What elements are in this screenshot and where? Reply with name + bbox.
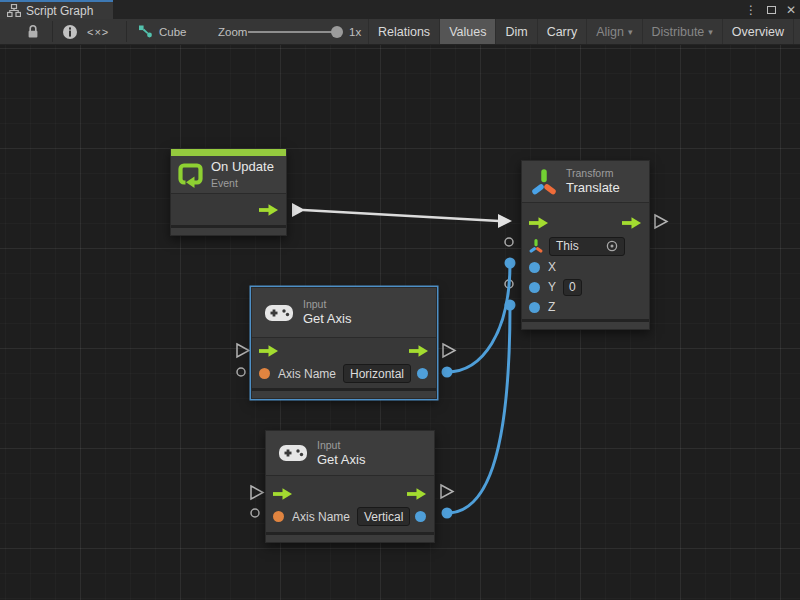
wire-on-update-to-translate[interactable]	[303, 210, 499, 221]
flow-arrowhead-translate-in	[498, 214, 512, 228]
toolbar-divider	[52, 21, 53, 42]
port-result[interactable]	[415, 511, 426, 522]
port-x-label: X	[548, 260, 556, 274]
value-port-getaxis-h-name[interactable]	[237, 368, 245, 376]
zoom-value: 1x	[349, 19, 361, 44]
port-axis-name[interactable]	[259, 368, 270, 379]
port-z-label: Z	[548, 300, 555, 314]
distribute-dropdown[interactable]: Distribute▾	[642, 19, 722, 44]
toolbar-buttons: Relations Values Dim Carry Align▾ Distri…	[368, 19, 800, 44]
flow-port-getaxis-h-in[interactable]	[237, 344, 249, 357]
node-subtitle: Event	[211, 176, 274, 190]
transform-icon-small	[529, 238, 543, 254]
node-category: Input	[317, 438, 365, 452]
info-button[interactable]	[62, 19, 78, 44]
script-graph-window: Script Graph ⋮ ✕ <×>	[0, 0, 800, 600]
gamepad-icon	[278, 443, 308, 463]
close-icon[interactable]: ✕	[786, 4, 796, 16]
graph-asset-name: Cube	[159, 26, 187, 38]
port-x[interactable]	[529, 262, 540, 273]
menu-icon[interactable]: ⋮	[745, 4, 757, 16]
chevron-down-icon: ▾	[708, 27, 713, 37]
wire-end-vertical-out[interactable]	[442, 508, 453, 519]
toolbar-divider	[126, 21, 127, 42]
flow-out-arrow[interactable]	[409, 345, 428, 357]
port-y-label: Y	[548, 280, 556, 294]
carry-button[interactable]: Carry	[537, 19, 587, 44]
script-graph-asset-icon	[138, 24, 153, 39]
node-on-update[interactable]: On Update Event	[170, 148, 287, 236]
wire-end-translate-z[interactable]	[505, 300, 516, 311]
port-y[interactable]	[529, 282, 540, 293]
flow-port-getaxis-h-out[interactable]	[443, 344, 455, 357]
zoom-slider-handle[interactable]	[331, 26, 343, 38]
graph-hierarchy-icon	[7, 4, 21, 17]
graph-canvas[interactable]: On Update Event	[0, 45, 800, 600]
align-dropdown[interactable]: Align▾	[586, 19, 641, 44]
node-footer	[171, 225, 286, 235]
axis-name-field[interactable]: Horizontal	[343, 364, 411, 383]
graph-asset-selector[interactable]: Cube	[138, 19, 187, 44]
port-axis-name-label: Axis Name	[278, 367, 336, 381]
axis-name-field[interactable]: Vertical	[357, 507, 410, 526]
zoom-slider-track[interactable]	[248, 31, 340, 33]
node-get-axis-vertical[interactable]: Input Get Axis Axis Name Vertical	[265, 430, 435, 543]
wire-horizontal-to-x[interactable]	[447, 263, 510, 372]
transform-icon	[531, 167, 557, 197]
node-title: Get Axis	[303, 311, 351, 327]
node-get-axis-horizontal[interactable]: Input Get Axis Axis Name Horizontal	[251, 287, 437, 399]
node-title: On Update	[211, 159, 274, 175]
zoom-label: Zoom	[218, 19, 247, 44]
wire-end-horizontal-out[interactable]	[442, 367, 453, 378]
info-icon	[62, 24, 78, 40]
wire-end-translate-x[interactable]	[505, 258, 516, 269]
chevron-down-icon: ▾	[628, 27, 633, 37]
node-title: Translate	[566, 180, 620, 196]
lock-icon	[26, 24, 40, 39]
value-port-translate-this[interactable]	[505, 238, 513, 246]
tab-script-graph[interactable]: Script Graph	[0, 0, 113, 19]
graph-toolbar: <×> Cube Zoom 1x Relations Values Dim Ca…	[0, 19, 800, 45]
port-y-value-field[interactable]: 0	[563, 279, 582, 296]
maximize-icon[interactable]	[767, 4, 776, 16]
value-port-getaxis-v-name[interactable]	[251, 509, 259, 517]
flow-in-arrow[interactable]	[273, 488, 292, 500]
node-footer	[522, 319, 649, 329]
lock-button[interactable]	[26, 19, 40, 44]
code-view-button[interactable]: <×>	[87, 19, 109, 44]
event-accent-strip	[171, 149, 286, 156]
port-axis-name[interactable]	[273, 511, 284, 522]
flow-port-translate-out[interactable]	[655, 215, 667, 228]
flow-port-getaxis-v-in[interactable]	[251, 486, 263, 499]
flow-in-arrow[interactable]	[259, 345, 278, 357]
flow-port-getaxis-v-out[interactable]	[441, 485, 453, 498]
wire-vertical-to-z[interactable]	[447, 305, 510, 513]
tab-title: Script Graph	[26, 4, 93, 18]
node-translate[interactable]: Transform Translate	[521, 160, 650, 330]
node-footer	[266, 532, 434, 542]
object-picker-icon[interactable]	[606, 240, 618, 252]
port-result[interactable]	[417, 368, 428, 379]
flow-out-arrow[interactable]	[407, 488, 426, 500]
flow-in-arrow[interactable]	[529, 217, 548, 229]
update-loop-icon	[177, 161, 204, 188]
node-title: Get Axis	[317, 452, 365, 468]
port-axis-name-label: Axis Name	[292, 510, 350, 524]
relations-button[interactable]: Relations	[368, 19, 439, 44]
fullscreen-button[interactable]: Full Screen	[793, 19, 800, 44]
flow-out-arrow[interactable]	[622, 217, 641, 229]
node-category: Input	[303, 297, 351, 311]
flow-out-arrow[interactable]	[259, 204, 278, 216]
node-footer	[252, 388, 436, 398]
overview-button[interactable]: Overview	[722, 19, 793, 44]
node-category: Transform	[566, 166, 620, 180]
values-button[interactable]: Values	[439, 19, 495, 44]
window-controls: ⋮ ✕	[745, 0, 796, 19]
dim-button[interactable]: Dim	[495, 19, 536, 44]
gamepad-icon	[264, 303, 294, 323]
tab-bar: Script Graph ⋮ ✕	[0, 0, 800, 19]
port-z[interactable]	[529, 302, 540, 313]
this-object-field[interactable]: This	[549, 237, 625, 256]
